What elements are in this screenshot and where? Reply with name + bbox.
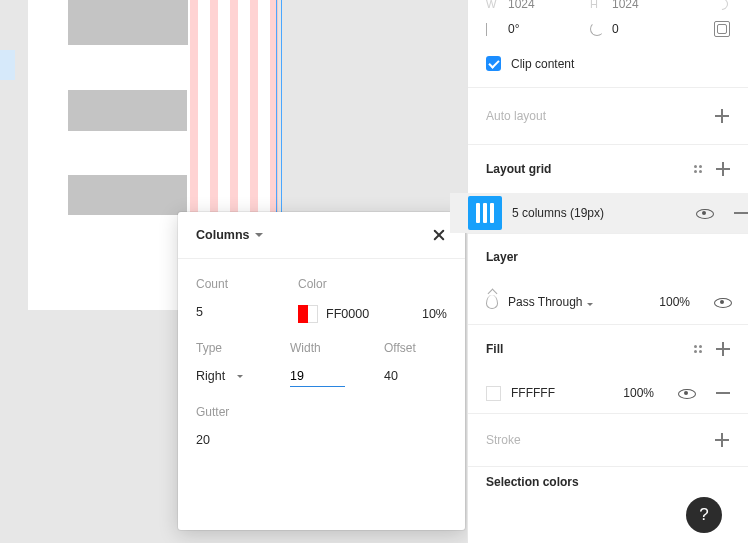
color-label: Color — [298, 277, 447, 291]
count-input[interactable]: 5 — [196, 305, 274, 319]
selection-colors-title: Selection colors — [486, 475, 579, 489]
blend-mode-dropdown[interactable]: Pass Through — [508, 295, 593, 309]
corner-radius-icon — [590, 22, 604, 36]
type-dropdown[interactable]: Right — [196, 369, 266, 383]
rotation-icon — [486, 23, 500, 35]
height-label: H — [590, 0, 604, 10]
fill-styles-icon[interactable] — [694, 345, 702, 353]
layers-panel-edge — [0, 50, 15, 80]
layer-opacity-input[interactable]: 100% — [659, 295, 690, 309]
offset-input[interactable]: 40 — [384, 369, 454, 383]
layer-section-title: Layer — [486, 250, 518, 264]
layout-grid-styles-icon[interactable] — [694, 165, 702, 173]
add-stroke-button[interactable] — [715, 433, 729, 447]
fill-section-title: Fill — [486, 342, 503, 356]
corner-radius-input[interactable]: 0 — [612, 22, 686, 36]
gutter-label: Gutter — [196, 405, 266, 419]
columns-grid-icon[interactable] — [468, 196, 502, 230]
count-value: 5 — [196, 305, 203, 319]
clip-content-checkbox[interactable] — [486, 56, 501, 71]
add-layout-grid-button[interactable] — [716, 162, 730, 176]
color-hex-input[interactable]: FF0000 — [326, 307, 369, 321]
design-panel: W 1024 H 1024 0° 0 Clip content Auto lay… — [467, 0, 748, 543]
help-button[interactable]: ? — [686, 497, 722, 533]
fill-swatch[interactable] — [486, 386, 501, 401]
close-icon[interactable] — [431, 227, 447, 243]
remove-fill-button[interactable] — [716, 392, 730, 394]
count-label: Count — [196, 277, 274, 291]
layout-grid-settings-popover: Columns Count 5 Color FF0000 10% Typ — [178, 212, 465, 530]
rotation-input[interactable]: 0° — [508, 22, 582, 36]
type-label: Type — [196, 341, 266, 355]
offset-label: Offset — [384, 341, 454, 355]
offset-value: 40 — [384, 369, 398, 383]
canvas-rect[interactable] — [68, 175, 187, 216]
fill-hex-input[interactable]: FFFFFF — [511, 386, 555, 400]
canvas-rect[interactable] — [68, 90, 187, 131]
canvas-rect[interactable] — [68, 0, 188, 45]
independent-corners-icon[interactable] — [714, 21, 730, 37]
width-label: W — [486, 0, 500, 10]
clip-content-label: Clip content — [511, 57, 574, 71]
layout-grid-title: Layout grid — [486, 162, 551, 176]
stroke-section-title: Stroke — [486, 433, 521, 447]
gutter-input[interactable]: 20 — [196, 433, 266, 447]
color-swatch[interactable] — [298, 305, 318, 323]
color-opacity-input[interactable]: 10% — [422, 307, 447, 321]
gutter-value: 20 — [196, 433, 210, 447]
layout-grid-row[interactable]: 5 columns (19px) — [450, 193, 748, 233]
fill-visibility-icon[interactable] — [678, 385, 694, 401]
blend-mode-icon — [486, 295, 498, 309]
add-auto-layout-button[interactable] — [715, 109, 729, 123]
blend-mode-value: Pass Through — [508, 295, 583, 309]
grid-type-label: Columns — [196, 228, 249, 242]
width-label: Width — [290, 341, 360, 355]
add-fill-button[interactable] — [716, 342, 730, 356]
link-dimensions-icon[interactable] — [714, 0, 730, 12]
type-value: Right — [196, 369, 225, 383]
auto-layout-title: Auto layout — [486, 109, 546, 123]
layout-grid-label: 5 columns (19px) — [512, 206, 604, 220]
grid-type-dropdown[interactable]: Columns — [196, 228, 263, 242]
layer-visibility-icon[interactable] — [714, 294, 730, 310]
width-input[interactable] — [290, 369, 345, 387]
remove-grid-button[interactable] — [734, 212, 748, 214]
visibility-toggle-icon[interactable] — [696, 205, 712, 221]
fill-opacity-input[interactable]: 100% — [623, 386, 654, 400]
chevron-down-icon — [587, 303, 593, 306]
height-input[interactable]: 1024 — [612, 0, 686, 11]
width-input[interactable]: 1024 — [508, 0, 582, 11]
chevron-down-icon — [237, 375, 243, 378]
chevron-down-icon — [255, 233, 263, 237]
help-icon: ? — [699, 505, 708, 525]
